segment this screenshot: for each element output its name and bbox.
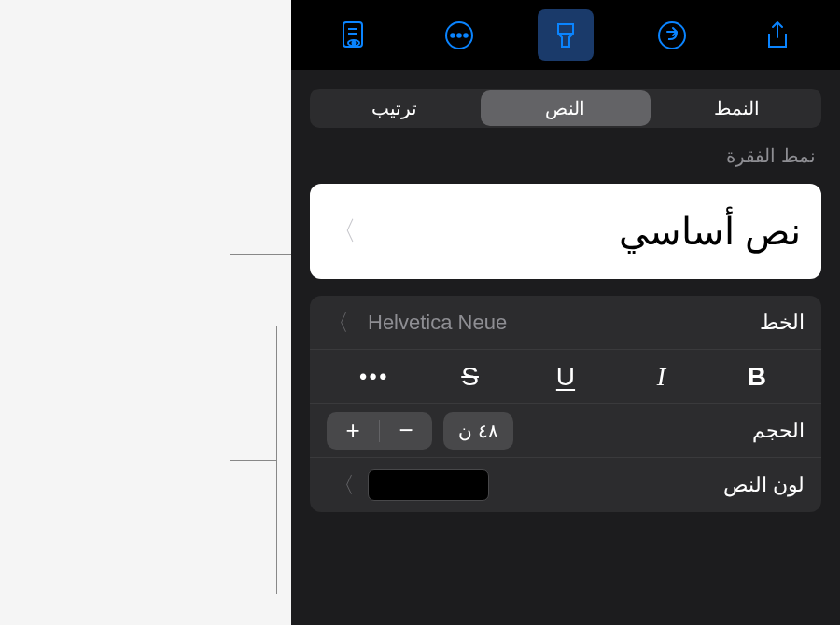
share-icon — [761, 19, 794, 52]
callout-line — [230, 460, 276, 461]
redo-button[interactable] — [644, 9, 700, 61]
size-stepper: + − — [327, 412, 432, 450]
text-color-label: لون النص — [723, 473, 805, 497]
size-row: + − ٤٨ ن الحجم — [310, 404, 821, 458]
more-button[interactable] — [431, 9, 487, 61]
italic-button[interactable]: I — [620, 356, 702, 397]
bold-button[interactable]: B — [716, 356, 798, 397]
tab-style[interactable]: النمط — [652, 89, 821, 128]
underline-button[interactable]: U — [525, 356, 607, 397]
toolbar — [291, 0, 840, 70]
chevron-left-icon: 〈 — [330, 214, 357, 249]
paragraph-style-selector[interactable]: 〈 نص أساسي — [310, 184, 821, 279]
svg-point-8 — [465, 34, 469, 37]
font-name-value: Helvetica Neue — [368, 311, 747, 335]
paragraph-style-label: نمط الفقرة — [310, 145, 821, 167]
text-color-row[interactable]: 〈 لون النص — [310, 458, 821, 512]
svg-point-7 — [458, 34, 462, 37]
document-view-icon — [337, 19, 371, 52]
text-controls-group: 〈 Helvetica Neue الخط ••• S U I B + − — [310, 296, 821, 512]
size-decrease-button[interactable]: − — [380, 412, 432, 450]
chevron-left-icon: 〈 — [327, 308, 349, 338]
size-controls: + − ٤٨ ن — [327, 412, 513, 450]
brush-icon — [549, 19, 582, 52]
inspector-tabs: ترتيب النص النمط — [310, 89, 821, 128]
inspector-content: ترتيب النص النمط نمط الفقرة 〈 نص أساسي 〈… — [291, 70, 840, 625]
font-label: الخط — [760, 311, 805, 335]
callout-line — [276, 326, 277, 594]
more-circle-icon — [442, 19, 476, 52]
size-value-pill[interactable]: ٤٨ ن — [443, 412, 513, 450]
more-formatting-button[interactable]: ••• — [333, 356, 415, 397]
redo-circle-icon — [655, 19, 689, 52]
size-label: الحجم — [752, 419, 805, 443]
format-row: ••• S U I B — [310, 350, 821, 404]
font-row[interactable]: 〈 Helvetica Neue الخط — [310, 296, 821, 350]
text-color-swatch[interactable] — [368, 469, 489, 501]
tab-text[interactable]: النص — [481, 90, 650, 126]
inspector-panel: ترتيب النص النمط نمط الفقرة 〈 نص أساسي 〈… — [291, 0, 840, 625]
strikethrough-button[interactable]: S — [429, 356, 511, 397]
paragraph-style-value: نص أساسي — [357, 210, 801, 253]
size-increase-button[interactable]: + — [327, 412, 379, 450]
chevron-left-icon: 〈 — [332, 470, 355, 500]
svg-point-6 — [452, 34, 455, 37]
svg-point-4 — [352, 41, 355, 44]
document-view-button[interactable] — [326, 9, 382, 61]
format-brush-button[interactable] — [538, 9, 594, 61]
share-button[interactable] — [749, 9, 805, 61]
tab-arrange[interactable]: ترتيب — [310, 89, 479, 128]
